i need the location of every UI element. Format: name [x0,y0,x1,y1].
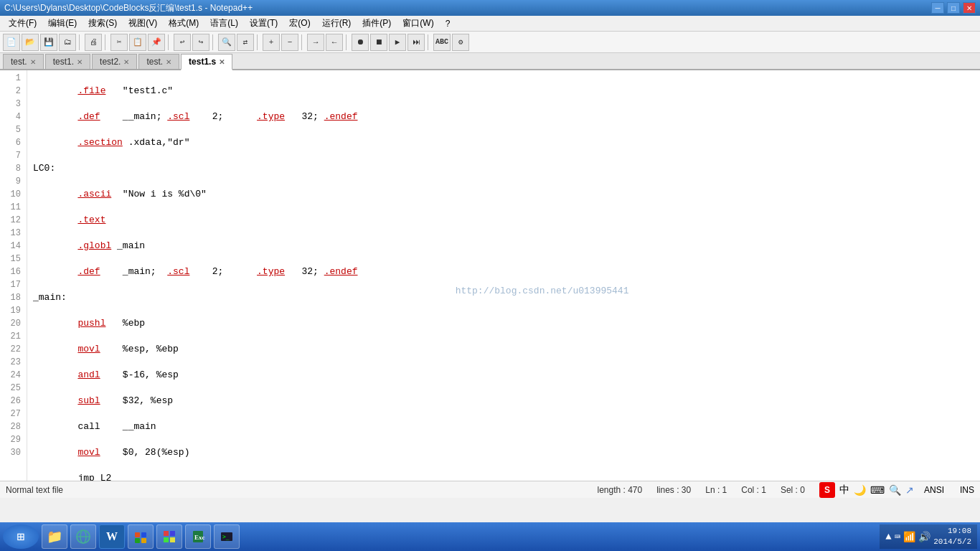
tab-3[interactable]: test. ✕ [138,54,179,69]
line-num-25: 25 [0,382,24,395]
tb-macro-play[interactable]: ▶ [389,34,406,51]
tb-zoom-out[interactable]: − [281,34,298,51]
line-num-10: 10 [0,188,24,201]
status-moon-icon: 🌙 [854,484,866,496]
tb-new[interactable]: 📄 [3,34,20,51]
tab-4-close[interactable]: ✕ [219,58,225,66]
taskbar-icon-excel[interactable]: Excel [185,524,211,549]
tb-unindent[interactable]: ← [326,34,343,51]
menu-settings[interactable]: 设置(T) [244,16,283,31]
window-controls: ─ □ ✕ [931,2,976,14]
tray-volume-icon[interactable]: 🔊 [918,531,930,543]
tab-0-close[interactable]: ✕ [30,58,36,66]
tb-zoom-in[interactable]: + [263,34,280,51]
editor-area: 1 2 3 4 5 6 7 8 9 10 11 12 13 14 15 16 1… [0,70,980,481]
tab-2[interactable]: test2. ✕ [92,54,137,69]
tab-2-close[interactable]: ✕ [123,58,129,66]
tb-indent[interactable]: → [307,34,324,51]
tab-4-label: test1.s [189,57,216,67]
code-line-13: subl $32, %esp [33,395,974,408]
line-num-19: 19 [0,304,24,317]
tb-print[interactable]: 🖨 [85,34,102,51]
maximize-button[interactable]: □ [947,2,960,14]
close-button[interactable]: ✕ [963,2,976,14]
menu-view[interactable]: 视图(V) [123,16,163,31]
menu-language[interactable]: 语言(L) [204,16,244,31]
clock-date: 2014/5/2 [933,537,971,547]
start-button[interactable]: ⊞ [3,524,39,549]
tb-save[interactable]: 💾 [40,34,57,51]
status-ln: Ln : 1 [705,485,727,495]
toolbar-sep-8 [428,34,430,50]
menu-search[interactable]: 搜索(S) [83,16,123,31]
tb-save-all[interactable]: 🗂 [59,34,76,51]
line-num-21: 21 [0,330,24,343]
status-col: Col : 1 [741,485,766,495]
tb-paste[interactable]: 📌 [148,34,165,51]
menu-file[interactable]: 文件(F) [3,16,42,31]
menu-window[interactable]: 窗口(W) [397,16,439,31]
menu-format[interactable]: 格式(M) [163,16,204,31]
code-editor[interactable]: .file "test1.c" .def __main; .scl 2; .ty… [27,70,980,481]
svg-rect-7 [164,531,169,536]
taskbar-icon-terminal[interactable]: >_ [214,524,240,549]
code-line-2: .def __main; .scl 2; .type 32; .endef [33,110,974,123]
tb-cut[interactable]: ✂ [110,34,128,51]
tray-wifi-icon[interactable]: 📶 [903,531,915,543]
tb-open[interactable]: 📂 [22,34,39,51]
tab-1-close[interactable]: ✕ [77,58,83,66]
svg-text:>_: >_ [222,534,230,540]
tab-4[interactable]: test1.s ✕ [181,54,232,70]
menu-run[interactable]: 运行(R) [316,16,357,31]
menu-help[interactable]: ? [440,17,456,30]
tray-keyboard-icon[interactable]: ⌨ [895,531,900,543]
line-num-16: 16 [0,265,24,278]
line-num-15: 15 [0,253,24,265]
svg-rect-4 [141,532,146,537]
status-sel: Sel : 0 [781,485,805,495]
statusbar: Normal text file length : 470 lines : 30… [0,481,980,498]
tb-find[interactable]: 🔍 [218,34,235,51]
system-tray: ▲ ⌨ 📶 🔊 19:08 2014/5/2 [880,524,977,549]
svg-rect-10 [170,537,175,542]
tb-extra[interactable]: ⚙ [452,34,469,51]
code-line-11: movl %esp, %ebp [33,343,974,356]
taskbar-icon-word[interactable]: W [99,524,125,549]
tab-0[interactable]: test. ✕ [3,54,44,69]
toolbar-sep-4 [212,34,215,50]
taskbar-icon-browser[interactable] [70,524,96,549]
tab-3-close[interactable]: ✕ [166,58,171,66]
tab-2-label: test2. [100,57,121,67]
code-line-1: .file "test1.c" [33,85,974,98]
menu-plugins[interactable]: 插件(P) [357,16,397,31]
status-search-icon: 🔍 [889,484,901,496]
system-clock: 19:08 2014/5/2 [933,526,971,548]
menu-edit[interactable]: 编辑(E) [42,16,83,31]
status-lang-icon: 中 [839,484,849,496]
tb-macro-stop[interactable]: ⏹ [370,34,387,51]
line-num-6: 6 [0,136,24,149]
tb-replace[interactable]: ⇄ [237,34,254,51]
menu-macro[interactable]: 宏(O) [283,16,316,31]
line-num-5: 5 [0,123,24,136]
taskbar-icon-paint[interactable] [156,524,182,549]
taskbar-icon-codeblocks[interactable] [128,524,154,549]
tb-macro-run[interactable]: ⏭ [407,34,425,51]
tb-abc[interactable]: ABC [433,34,451,51]
line-num-14: 14 [0,240,24,253]
toolbar-sep-7 [346,34,349,50]
tab-3-label: test. [146,57,163,67]
tb-redo[interactable]: ↪ [192,34,209,51]
menubar: 文件(F) 编辑(E) 搜索(S) 视图(V) 格式(M) 语言(L) 设置(T… [0,16,980,32]
tab-1[interactable]: test1. ✕ [45,54,90,69]
code-line-14: call __main [33,420,974,433]
tray-arrow-icon[interactable]: ▲ [885,531,891,542]
tb-copy[interactable]: 📋 [129,34,146,51]
tb-macro-rec[interactable]: ⏺ [352,34,369,51]
minimize-button[interactable]: ─ [931,2,944,14]
tb-undo[interactable]: ↩ [174,34,191,51]
code-line-16: jmp L2 [33,472,974,481]
taskbar-icon-explorer[interactable]: 📁 [42,524,67,549]
code-line-9: _main: [33,291,974,304]
toolbar: 📄 📂 💾 🗂 🖨 ✂ 📋 📌 ↩ ↪ 🔍 ⇄ + − → ← ⏺ ⏹ ▶ ⏭ … [0,32,980,53]
